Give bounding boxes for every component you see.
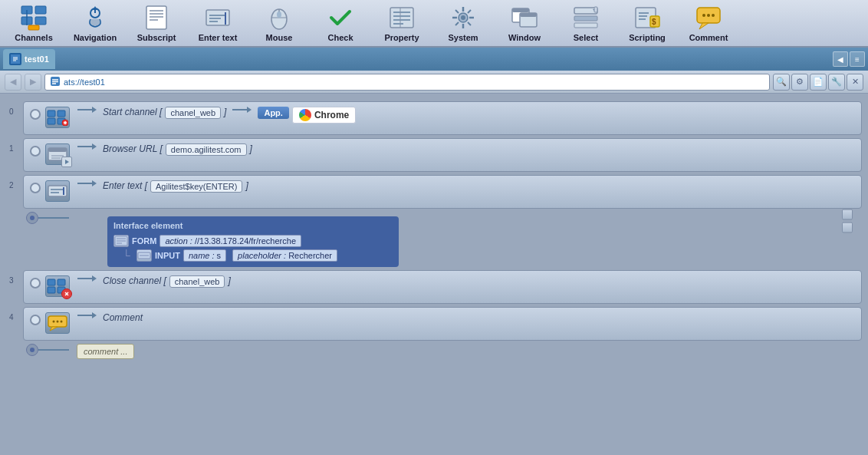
step-1-radio[interactable] xyxy=(30,146,41,157)
svg-point-102 xyxy=(30,348,35,352)
step-3-number: 3 xyxy=(9,276,21,285)
tab-list-button[interactable]: ≡ xyxy=(850,51,865,67)
url-input[interactable]: ats://test01 xyxy=(44,74,770,91)
step-4-radio[interactable] xyxy=(30,315,41,325)
svg-rect-70 xyxy=(48,118,55,124)
step-2-number: 2 xyxy=(9,181,21,190)
enter-text-label: Enter text xyxy=(199,33,238,42)
check-label: Check xyxy=(327,33,353,42)
url-debug-button[interactable]: 🔧 xyxy=(828,74,845,91)
step-0-block[interactable]: Start channel [ chanel_web ] App. Chrome xyxy=(23,101,862,135)
svg-rect-41 xyxy=(512,8,529,12)
comment-sub-icon xyxy=(26,344,38,356)
svg-rect-45 xyxy=(574,16,597,21)
url-close-button[interactable]: ✕ xyxy=(847,74,863,91)
step-2-block[interactable]: Enter text [ Agilitest$key(ENTER) ] xyxy=(23,175,862,209)
toolbar-channels[interactable]: Channels xyxy=(3,1,64,45)
step-3-radio[interactable] xyxy=(30,278,41,288)
svg-line-36 xyxy=(455,10,459,13)
toolbar-property[interactable]: Property xyxy=(371,1,432,45)
toolbar-check[interactable]: Check xyxy=(310,1,371,45)
step-1-bracket: ] xyxy=(250,143,252,154)
form-action-name: action : xyxy=(165,236,195,246)
channels-label: Channels xyxy=(15,33,53,42)
svg-point-57 xyxy=(702,14,705,17)
svg-rect-24 xyxy=(390,8,413,28)
step-4-block[interactable]: Comment xyxy=(23,307,862,341)
toolbar-window[interactable]: Window xyxy=(494,1,555,45)
step-0-number: 0 xyxy=(9,107,21,116)
scroll-bottom-indicator[interactable] xyxy=(842,223,853,233)
toolbar-enter-text[interactable]: Enter text xyxy=(187,1,248,45)
input-name-value: s xyxy=(217,251,222,260)
step-0-connector xyxy=(77,107,97,113)
step-2-connector xyxy=(77,180,97,186)
svg-point-31 xyxy=(461,15,465,20)
form-icon xyxy=(113,235,129,247)
scripting-icon: $ xyxy=(633,4,661,31)
url-page-button[interactable]: 📄 xyxy=(810,74,827,91)
toolbar-subscript[interactable]: Subscript xyxy=(126,1,187,45)
enter-text-icon xyxy=(204,4,232,31)
mouse-label: Mouse xyxy=(266,33,293,42)
tab-prev-button[interactable]: ◀ xyxy=(833,51,848,67)
svg-line-37 xyxy=(468,22,471,25)
svg-text:$: $ xyxy=(652,18,656,26)
step-1-icon xyxy=(45,143,70,165)
sub-connector-icon xyxy=(26,212,38,224)
step-3-block[interactable]: Close channel [ chanel_web ] xyxy=(23,270,862,304)
property-label: Property xyxy=(384,33,419,42)
property-icon xyxy=(388,4,416,31)
svg-rect-46 xyxy=(574,23,597,28)
step-4-connector xyxy=(77,312,97,318)
channels-icon xyxy=(20,4,48,31)
step-0-bracket: ] xyxy=(224,107,226,117)
svg-rect-93 xyxy=(48,287,55,293)
indent-line: └ xyxy=(123,249,130,262)
svg-point-59 xyxy=(712,14,715,17)
step-0-radio[interactable] xyxy=(30,109,41,120)
interface-element-popup: Interface element FORM action : xyxy=(107,216,399,267)
svg-point-84 xyxy=(30,216,35,220)
toolbar-select[interactable]: Select xyxy=(555,1,616,45)
step-1-block[interactable]: Browser URL [ demo.agilitest.com ] xyxy=(23,138,862,172)
input-tag: INPUT xyxy=(155,251,180,260)
step-4-icon xyxy=(45,312,70,334)
step-0-label: Start channel [ xyxy=(103,107,162,117)
step-1-connector xyxy=(77,143,97,150)
url-bar-row: ◀ ▶ ats://test01 🔍 ⚙ 📄 🔧 ✕ xyxy=(0,71,868,94)
svg-rect-76 xyxy=(48,148,67,152)
toolbar-scripting[interactable]: $ Scripting xyxy=(616,1,678,45)
toolbar-mouse[interactable]: Mouse xyxy=(248,1,310,45)
step-0-row: 0 Start channel [ chanel_web ] xyxy=(23,101,862,135)
step-2-label: Enter text [ xyxy=(103,180,147,191)
tab-test01[interactable]: test01 xyxy=(3,49,55,69)
toolbar-navigation[interactable]: Navigation xyxy=(64,1,126,45)
svg-rect-3 xyxy=(35,17,46,25)
input-name-field: name : s xyxy=(183,249,226,262)
input-name-label: name : xyxy=(189,251,217,260)
svg-line-38 xyxy=(468,10,471,13)
step-3-param: chanel_web xyxy=(169,275,225,288)
svg-marker-56 xyxy=(699,23,709,29)
step-2-scrollbar xyxy=(842,209,853,233)
subscript-label: Subscript xyxy=(137,33,176,42)
toolbar-system[interactable]: System xyxy=(432,1,494,45)
url-search-button[interactable]: 🔍 xyxy=(773,74,790,91)
svg-rect-69 xyxy=(58,110,65,117)
step-2-radio[interactable] xyxy=(30,183,41,193)
svg-point-23 xyxy=(277,12,281,18)
form-action-value: //13.38.178.24/fr/recherche xyxy=(195,236,296,246)
back-button[interactable]: ◀ xyxy=(5,74,21,91)
url-settings-button[interactable]: ⚙ xyxy=(791,74,808,91)
step-0-param: chanel_web xyxy=(165,107,221,119)
comment-input[interactable]: comment ... xyxy=(77,344,134,359)
step-0-chrome-badge: Chrome xyxy=(292,107,356,124)
scroll-top-indicator[interactable] xyxy=(842,209,853,220)
toolbar-comment[interactable]: Comment xyxy=(678,1,739,45)
svg-rect-43 xyxy=(520,13,537,17)
step-3-icon xyxy=(45,275,70,297)
forward-button[interactable]: ▶ xyxy=(25,74,41,91)
url-protocol-icon xyxy=(50,76,61,88)
svg-marker-79 xyxy=(65,160,69,164)
